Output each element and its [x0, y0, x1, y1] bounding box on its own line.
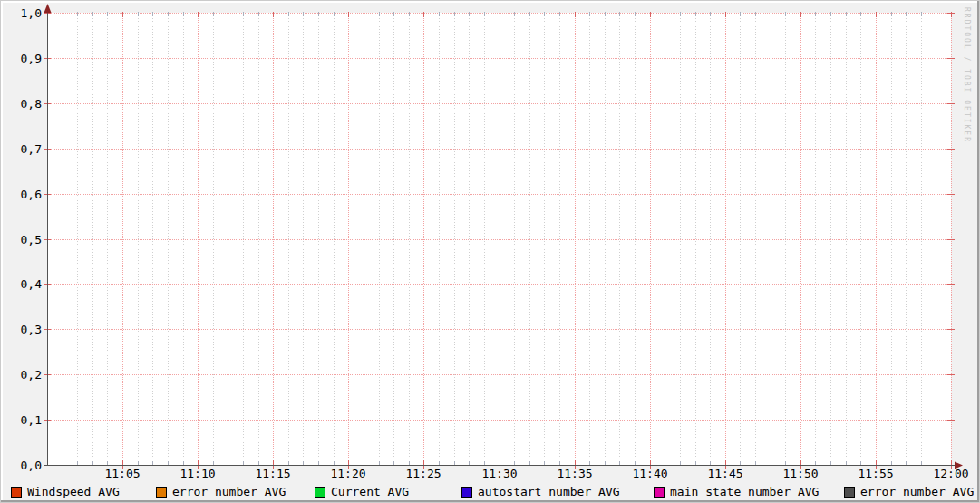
legend: Windspeed AVGerror_number AVGCurrent AVG… [0, 0, 980, 503]
legend-item: error_number AVG [844, 485, 974, 498]
legend-swatch [844, 487, 855, 498]
legend-label: Current AVG [331, 485, 409, 498]
legend-label: error_number AVG [172, 485, 286, 498]
legend-swatch [156, 487, 167, 498]
legend-item: Windspeed AVG [11, 485, 120, 498]
legend-label: autostart_number AVG [478, 485, 620, 498]
legend-item: autostart_number AVG [461, 485, 620, 498]
legend-item: main_state_number AVG [654, 485, 819, 498]
watermark: RRDTOOL / TOBI OETIKER [963, 7, 971, 143]
legend-label: main_state_number AVG [670, 485, 819, 498]
legend-item: error_number AVG [156, 485, 286, 498]
legend-label: Windspeed AVG [27, 485, 120, 498]
legend-item: Current AVG [315, 485, 409, 498]
legend-swatch [654, 487, 665, 498]
legend-swatch [11, 487, 22, 498]
legend-label: error_number AVG [860, 485, 974, 498]
rrdtool-graph-image: { "watermark": "RRDTOOL / TOBI OETIKER",… [0, 0, 980, 503]
legend-swatch [461, 487, 472, 498]
legend-swatch [315, 487, 325, 498]
